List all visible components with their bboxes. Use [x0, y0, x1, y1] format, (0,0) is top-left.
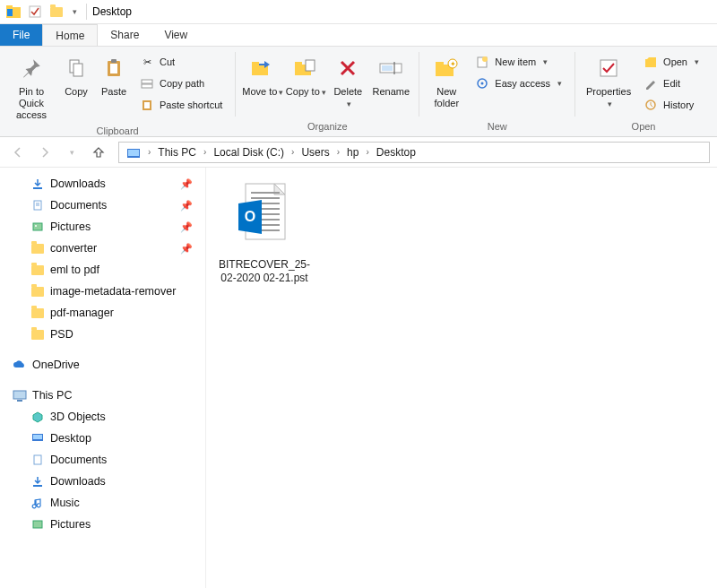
- tree-item-downloads[interactable]: Downloads📌: [4, 173, 205, 195]
- tree-item-onedrive[interactable]: OneDrive: [4, 354, 205, 376]
- easy-access-button[interactable]: Easy access▾: [471, 74, 566, 93]
- ribbon-group-open: Properties▾ Open▾ Edit History Open: [575, 47, 712, 136]
- chevron-right-icon[interactable]: ›: [146, 147, 152, 157]
- onedrive-icon: [13, 358, 27, 372]
- tree-item-folder[interactable]: PSD: [4, 324, 205, 345]
- tree-item-downloads[interactable]: Downloads: [4, 471, 205, 492]
- copy-button[interactable]: Copy: [57, 50, 95, 101]
- svg-rect-1: [6, 5, 13, 8]
- desktop-icon: [30, 431, 45, 445]
- pin-to-quick-access-button[interactable]: Pin to Quick access: [5, 50, 57, 125]
- qat-customize-button[interactable]: ▾: [68, 2, 81, 22]
- tree-item-pictures[interactable]: Pictures📌: [4, 216, 205, 238]
- documents-icon: [30, 198, 45, 212]
- breadcrumb-segment[interactable]: Users: [296, 143, 334, 162]
- svg-rect-30: [645, 59, 656, 67]
- folder-icon: [30, 327, 45, 342]
- ribbon-group-new: ✦ New folder New item▾ Easy access▾ New: [419, 47, 574, 136]
- qat-new-folder-button[interactable]: [47, 2, 66, 22]
- svg-rect-46: [33, 521, 42, 528]
- rename-button[interactable]: Rename: [368, 50, 413, 101]
- copy-path-button[interactable]: Copy path: [136, 74, 226, 93]
- tab-view[interactable]: View: [151, 24, 200, 46]
- navigation-tree[interactable]: Downloads📌 Documents📌 Pictures📌 converte…: [0, 168, 206, 588]
- tree-item-documents[interactable]: Documents: [4, 449, 205, 471]
- chevron-right-icon[interactable]: ›: [202, 147, 208, 157]
- copy-to-button[interactable]: Copy to▾: [284, 50, 327, 102]
- tree-item-folder[interactable]: pdf-manager: [4, 302, 205, 324]
- tree-item-documents[interactable]: Documents📌: [4, 195, 205, 216]
- tree-item-3d-objects[interactable]: 3D Objects: [4, 406, 205, 428]
- tree-item-pictures[interactable]: Pictures: [4, 514, 205, 535]
- breadcrumb-segment[interactable]: Desktop: [371, 143, 421, 162]
- new-item-button[interactable]: New item▾: [471, 52, 566, 72]
- tree-item-this-pc[interactable]: This PC: [4, 385, 205, 406]
- open-button[interactable]: Open▾: [640, 52, 703, 72]
- new-item-icon: [475, 55, 489, 69]
- main-area: Downloads📌 Documents📌 Pictures📌 converte…: [0, 168, 717, 588]
- svg-rect-14: [252, 62, 259, 65]
- chevron-down-icon: ▾: [608, 99, 612, 108]
- up-button[interactable]: [88, 142, 109, 163]
- content-pane[interactable]: O BITRECOVER_25-02-2020 02-21.pst: [206, 168, 717, 588]
- folder-icon: [30, 306, 45, 320]
- svg-rect-38: [33, 223, 42, 230]
- ribbon-group-clipboard: Pin to Quick access Copy Paste ✂Cut Copy…: [0, 47, 235, 136]
- cut-button[interactable]: ✂Cut: [136, 52, 226, 72]
- history-icon: [644, 98, 658, 112]
- tab-share[interactable]: Share: [98, 24, 151, 46]
- paste-shortcut-button[interactable]: Paste shortcut: [136, 95, 226, 115]
- chevron-down-icon: ▾: [279, 88, 283, 97]
- paste-button[interactable]: Paste: [95, 50, 133, 101]
- history-button[interactable]: History: [640, 95, 703, 115]
- svg-rect-17: [306, 60, 315, 71]
- svg-rect-8: [111, 59, 117, 63]
- chevron-right-icon[interactable]: ›: [289, 147, 296, 157]
- svg-rect-44: [34, 455, 41, 464]
- file-item[interactable]: O BITRECOVER_25-02-2020 02-21.pst: [215, 180, 314, 285]
- breadcrumb-segment[interactable]: This PC: [152, 143, 202, 162]
- svg-rect-22: [436, 62, 444, 65]
- tree-item-folder[interactable]: eml to pdf: [4, 259, 205, 281]
- ribbon-group-organize: Move to▾ Copy to▾ Delete▾ Rename Organiz…: [236, 47, 419, 136]
- paste-shortcut-icon: [140, 98, 154, 112]
- tree-item-folder[interactable]: image-metadata-remover: [4, 281, 205, 302]
- qat-properties-button[interactable]: [25, 2, 45, 22]
- downloads-icon: [30, 177, 45, 191]
- scissors-icon: ✂: [140, 55, 154, 69]
- properties-button[interactable]: Properties▾: [581, 50, 636, 114]
- ribbon-tabs: File Home Share View: [0, 24, 717, 46]
- new-folder-icon: ✦: [432, 54, 461, 82]
- back-button[interactable]: [7, 142, 29, 163]
- recent-locations-button[interactable]: ▾: [61, 142, 82, 163]
- open-icon: [644, 55, 658, 69]
- svg-rect-34: [33, 187, 42, 189]
- tree-item-music[interactable]: Music: [4, 492, 205, 514]
- breadcrumb-segment[interactable]: Local Disk (C:): [208, 143, 289, 162]
- chevron-right-icon[interactable]: ›: [335, 147, 341, 157]
- tree-item-folder[interactable]: converter📌: [4, 238, 205, 259]
- new-folder-button[interactable]: ✦ New folder: [425, 50, 468, 113]
- tab-home[interactable]: Home: [42, 24, 98, 46]
- outlook-pst-icon: O: [233, 180, 296, 255]
- edit-button[interactable]: Edit: [640, 74, 703, 93]
- move-to-button[interactable]: Move to▾: [241, 50, 284, 102]
- address-bar[interactable]: › This PC › Local Disk (C:) › Users › hp…: [118, 142, 710, 163]
- chevron-right-icon[interactable]: ›: [364, 147, 370, 157]
- properties-icon: [594, 54, 623, 82]
- svg-text:✦: ✦: [450, 60, 456, 68]
- forward-button[interactable]: [34, 142, 56, 163]
- delete-button[interactable]: Delete▾: [327, 50, 368, 114]
- file-name: BITRECOVER_25-02-2020 02-21.pst: [215, 258, 314, 285]
- tab-file[interactable]: File: [0, 24, 42, 46]
- svg-point-39: [35, 225, 37, 227]
- pictures-icon: [30, 220, 45, 234]
- breadcrumb-segment[interactable]: hp: [341, 143, 364, 162]
- svg-rect-33: [128, 150, 139, 156]
- tree-item-desktop[interactable]: Desktop: [4, 428, 205, 449]
- title-bar: ▾ Desktop: [0, 0, 717, 24]
- move-to-icon: [248, 54, 277, 82]
- rename-icon: [376, 54, 405, 82]
- downloads-icon: [30, 474, 45, 489]
- folder-icon: [30, 284, 45, 298]
